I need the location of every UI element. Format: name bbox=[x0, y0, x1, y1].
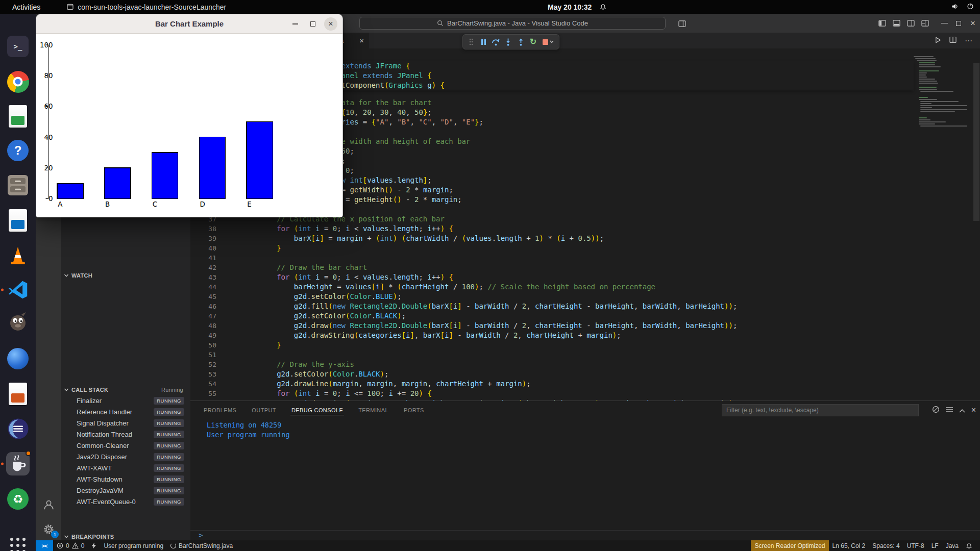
code-line[interactable]: 43 for (int i = 0; i < values.length; i+… bbox=[190, 272, 914, 282]
window-close-button[interactable]: × bbox=[966, 14, 980, 33]
code-line[interactable]: 48 g2d.draw(new Rectangle2D.Double(barX[… bbox=[190, 321, 914, 331]
toggle-panel-icon[interactable] bbox=[889, 14, 903, 33]
activities-button[interactable]: Activities bbox=[8, 2, 44, 12]
step-out-button[interactable] bbox=[516, 36, 526, 48]
remote-indicator[interactable]: >< bbox=[36, 540, 53, 551]
code-line[interactable]: 51 bbox=[190, 350, 914, 360]
line-number[interactable]: 50 bbox=[190, 340, 216, 350]
line-number[interactable]: 49 bbox=[190, 331, 216, 340]
console-filter-input[interactable] bbox=[722, 404, 919, 416]
gimp-icon[interactable] bbox=[6, 310, 30, 334]
window-minimize-button[interactable] bbox=[937, 14, 951, 33]
line-number[interactable]: 44 bbox=[190, 282, 216, 292]
focused-app-indicator[interactable]: com-sun-tools-javac-launcher-SourceLaunc… bbox=[67, 3, 226, 11]
step-into-button[interactable] bbox=[503, 36, 513, 48]
run-java-button[interactable] bbox=[935, 36, 941, 45]
drag-handle[interactable] bbox=[466, 36, 476, 48]
thread-row[interactable]: Common-CleanerRUNNING bbox=[61, 440, 190, 451]
window-maximize-button[interactable] bbox=[951, 14, 966, 33]
app-grid-icon[interactable] bbox=[6, 534, 30, 551]
breakpoints-section-header[interactable]: BREAKPOINTS bbox=[61, 531, 190, 540]
encoding-status[interactable]: UTF-8 bbox=[903, 540, 928, 551]
eclipse-icon[interactable] bbox=[6, 417, 30, 440]
code-line[interactable]: 52 // Draw the y-axis bbox=[190, 360, 914, 369]
panel-tab-output[interactable]: OUTPUT bbox=[251, 402, 277, 418]
line-number[interactable]: 54 bbox=[190, 379, 216, 389]
screen-reader-status[interactable]: Screen Reader Optimized bbox=[751, 540, 828, 551]
thread-row[interactable]: AWT-ShutdownRUNNING bbox=[61, 473, 190, 485]
editor-scrollbar[interactable] bbox=[973, 48, 980, 400]
code-line[interactable]: 47 g2d.setColor(Color.BLACK); bbox=[190, 311, 914, 321]
accounts-icon[interactable] bbox=[42, 498, 55, 511]
code-line[interactable]: 54 g2d.drawLine(margin, margin, margin, … bbox=[190, 379, 914, 389]
line-number[interactable]: 40 bbox=[190, 243, 216, 253]
panel-tab-problems[interactable]: PROBLEMS bbox=[203, 402, 237, 418]
code-line[interactable]: 45 g2d.setColor(Color.BLUE); bbox=[190, 292, 914, 302]
run-status[interactable]: User program running bbox=[100, 540, 167, 551]
step-over-button[interactable] bbox=[491, 36, 501, 48]
call-stack-section-header[interactable]: CALL STACK Running bbox=[61, 384, 190, 395]
code-line[interactable]: 42 // Draw the bar chart bbox=[190, 263, 914, 272]
line-number[interactable]: 53 bbox=[190, 369, 216, 379]
line-number[interactable]: 51 bbox=[190, 350, 216, 360]
code-line[interactable]: 38 for (int i = 0; i < values.length; i+… bbox=[190, 224, 914, 234]
thread-row[interactable]: Notification ThreadRUNNING bbox=[61, 429, 190, 440]
line-number[interactable]: 55 bbox=[190, 389, 216, 398]
line-number[interactable]: 42 bbox=[190, 263, 216, 272]
code-line[interactable]: 53 g2d.setColor(Color.BLACK); bbox=[190, 369, 914, 379]
power-icon[interactable] bbox=[967, 3, 974, 11]
terminal-icon[interactable]: >_ bbox=[6, 35, 30, 58]
code-line[interactable]: 41 bbox=[190, 253, 914, 263]
thread-row[interactable]: AWT-XAWTRUNNING bbox=[61, 462, 190, 473]
code-line[interactable]: 46 g2d.fill(new Rectangle2D.Double(barX[… bbox=[190, 302, 914, 311]
thread-row[interactable]: DestroyJavaVMRUNNING bbox=[61, 485, 190, 496]
console-input[interactable]: > bbox=[190, 530, 980, 540]
clear-console-icon[interactable] bbox=[932, 406, 940, 415]
help-icon[interactable]: ? bbox=[6, 139, 30, 162]
layout-control-icon[interactable] bbox=[677, 18, 687, 29]
line-number[interactable]: 47 bbox=[190, 311, 216, 321]
panel-views-icon[interactable] bbox=[946, 406, 953, 415]
line-number[interactable]: 39 bbox=[190, 234, 216, 243]
code-line[interactable]: 50 } bbox=[190, 340, 914, 350]
code-line[interactable]: 44 barHeight = values[i] * (chartHeight … bbox=[190, 282, 914, 292]
problems-status[interactable]: 0 0 bbox=[53, 540, 88, 551]
cursor-position-status[interactable]: Ln 65, Col 2 bbox=[829, 540, 869, 551]
libreoffice-impress-icon[interactable] bbox=[6, 382, 30, 406]
line-number[interactable]: 46 bbox=[190, 302, 216, 311]
line-number[interactable]: 38 bbox=[190, 224, 216, 234]
line-number[interactable]: 41 bbox=[190, 253, 216, 263]
minimize-button[interactable] bbox=[288, 17, 302, 31]
toggle-secondary-sidebar-icon[interactable] bbox=[903, 14, 918, 33]
clock-button[interactable]: May 20 10:32 bbox=[548, 0, 606, 14]
libreoffice-calc-icon[interactable] bbox=[6, 105, 30, 128]
tab-close-icon[interactable]: × bbox=[359, 37, 364, 44]
java-app-icon[interactable] bbox=[6, 452, 30, 475]
watch-section-header[interactable]: WATCH bbox=[61, 270, 190, 281]
active-file-status[interactable]: BarChartSwing.java bbox=[167, 540, 236, 551]
code-line[interactable]: 39 barX[i] = margin + (int) (chartWidth … bbox=[190, 234, 914, 243]
eol-status[interactable]: LF bbox=[928, 540, 942, 551]
code-line[interactable]: 40 } bbox=[190, 243, 914, 253]
close-button[interactable]: × bbox=[324, 17, 337, 31]
notifications-bell-icon[interactable] bbox=[962, 540, 976, 551]
line-number[interactable]: 52 bbox=[190, 360, 216, 369]
panel-tab-debug-console[interactable]: DEBUG CONSOLE bbox=[290, 402, 344, 418]
libreoffice-writer-icon[interactable] bbox=[6, 209, 30, 232]
split-editor-icon[interactable] bbox=[949, 36, 957, 45]
line-number[interactable]: 43 bbox=[190, 272, 216, 282]
more-actions-icon[interactable]: ⋯ bbox=[965, 36, 973, 45]
language-mode-status[interactable]: Java bbox=[942, 540, 962, 551]
customize-layout-icon[interactable] bbox=[918, 14, 932, 33]
line-number[interactable]: 48 bbox=[190, 321, 216, 331]
thread-row[interactable]: FinalizerRUNNING bbox=[61, 395, 190, 406]
code-line[interactable]: 49 g2d.drawString(categories[i], barX[i]… bbox=[190, 331, 914, 340]
thread-row[interactable]: AWT-EventQueue-0RUNNING bbox=[61, 496, 190, 507]
bar-chart-window-titlebar[interactable]: Bar Chart Example × bbox=[36, 14, 342, 34]
lightning-icon[interactable] bbox=[88, 540, 100, 551]
thread-row[interactable]: Signal DispatcherRUNNING bbox=[61, 417, 190, 429]
line-number[interactable]: 45 bbox=[190, 292, 216, 302]
vlc-icon[interactable] bbox=[6, 244, 30, 267]
minimap[interactable] bbox=[914, 48, 972, 400]
toggle-primary-sidebar-icon[interactable] bbox=[875, 14, 889, 33]
